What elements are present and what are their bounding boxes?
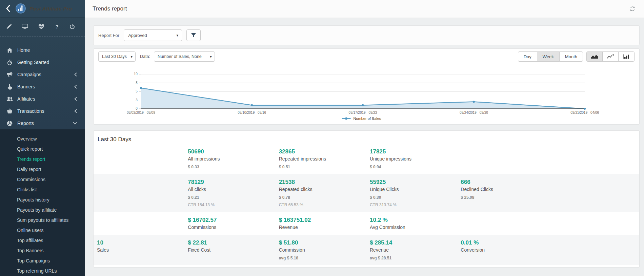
y-tick-label: 10: [134, 72, 138, 76]
metric-revenue: $ 285.14Revenueavg $ 28.51: [366, 239, 457, 260]
metric-ctr: CTR 154.13 %: [188, 203, 275, 207]
metric-ctr: CTR 313.74 %: [370, 203, 457, 207]
date-range-select[interactable]: Last 30 Days ▾: [98, 51, 136, 62]
period-button-week[interactable]: Week: [537, 51, 560, 62]
metric-value: 21538: [279, 179, 366, 186]
submenu-item-top-referring-urls[interactable]: Top referring URLs: [0, 266, 85, 276]
filter-button[interactable]: [186, 29, 201, 41]
submenu-item-trends-report[interactable]: Trends report: [0, 154, 85, 164]
submenu-item-commissions[interactable]: Commissions: [0, 174, 85, 185]
metric-value: $ 22.81: [188, 239, 275, 246]
data-point: [251, 104, 253, 106]
data-series-select[interactable]: Number of Sales, None ▾: [154, 51, 215, 62]
metric-value: 10.2 %: [370, 217, 457, 224]
y-tick-label: 5: [136, 89, 138, 93]
submenu-item-top-campaigns[interactable]: Top Campaigns: [0, 256, 85, 266]
submenu-item-overview[interactable]: Overview: [0, 134, 85, 144]
submenu-item-quick-report[interactable]: Quick report: [0, 144, 85, 154]
x-tick-label: 03/31/2019 - 04/06: [570, 111, 599, 114]
trends-chart: 10853003/03/2019 - 03/0903/10/2019 - 03/…: [98, 62, 635, 123]
submenu-item-payouts-history[interactable]: Payouts history: [0, 195, 85, 205]
stats-panel: Last 30 Days 50690All impressions$ 0.333…: [93, 130, 640, 268]
chevron-left-icon: [74, 109, 77, 113]
content: Report For Approved ▾ Last 30 Days ▾ Dat…: [85, 18, 644, 276]
metric-value: 10: [97, 239, 184, 246]
sidebar-item-label: Affiliates: [17, 96, 35, 102]
power-icon[interactable]: [69, 24, 75, 29]
metric-conversion: 0.01 %Conversion: [457, 239, 548, 260]
help-icon[interactable]: ?: [54, 24, 60, 29]
data-point: [140, 87, 142, 89]
report-for-select[interactable]: Approved ▾: [124, 29, 182, 41]
page-title: Trends report: [93, 5, 127, 12]
period-button-month[interactable]: Month: [559, 51, 583, 62]
submenu-item-top-banners[interactable]: Top Banners: [0, 246, 85, 256]
heartbeat-icon[interactable]: [38, 24, 44, 29]
line-chart-button[interactable]: [602, 51, 619, 62]
sidebar-item-affiliates[interactable]: Affiliates: [0, 93, 85, 105]
metric-ctr: CTR 65.53 %: [279, 203, 366, 207]
legend-marker-icon: [345, 118, 347, 120]
chevron-left-icon: [74, 85, 77, 89]
sidebar-item-getting-started[interactable]: Getting Started: [0, 56, 85, 68]
sidebar-item-home[interactable]: Home: [0, 44, 85, 56]
metric-value: $ 16702.57: [188, 217, 275, 224]
back-chevron-icon[interactable]: [4, 4, 12, 13]
data-series-value: Number of Sales, None: [158, 54, 202, 59]
report-for-value: Approved: [128, 33, 147, 38]
metric-value: $ 51.80: [279, 239, 366, 246]
sidebar: Post Affiliate Pro ? HomeGetting Started…: [0, 0, 85, 276]
x-tick-label: 03/24/2019 - 03/30: [460, 111, 488, 114]
x-tick-label: 03/10/2019 - 03/16: [238, 111, 266, 114]
report-for-label: Report For: [98, 33, 119, 38]
pencil-icon[interactable]: [6, 24, 12, 29]
submenu-item-daily-report[interactable]: Daily report: [0, 164, 85, 174]
metric-sub-value: avg $ 28.51: [370, 256, 457, 260]
app-logo-text: Post Affiliate Pro: [29, 6, 72, 12]
period-button-day[interactable]: Day: [518, 51, 537, 62]
chart-controls-right: DayWeekMonth: [518, 51, 635, 62]
metric-value: 50690: [188, 148, 275, 155]
metric-sub-value: avg $ 5.18: [279, 256, 366, 260]
metric-revenue: $ 163751.02Revenue: [276, 217, 366, 230]
metric-value: $ 163751.02: [279, 217, 366, 224]
stats-row: 78129All clicks$ 0.21CTR 154.13 %21538Re…: [94, 174, 639, 212]
users-icon: [6, 97, 13, 102]
sidebar-item-reports[interactable]: Reports: [0, 117, 85, 129]
sidebar-item-label: Transactions: [17, 108, 44, 114]
chart-type-button-group: [586, 51, 635, 62]
sidebar-item-campaigns[interactable]: Campaigns: [0, 68, 85, 81]
submenu-item-online-users[interactable]: Online users: [0, 225, 85, 235]
area-chart-button[interactable]: [586, 51, 603, 62]
home-icon: [6, 48, 13, 53]
submenu-item-clicks-list[interactable]: Clicks list: [0, 185, 85, 195]
y-tick-label: 3: [136, 98, 138, 102]
refresh-icon[interactable]: [630, 6, 635, 12]
metric-sales: 10Sales: [94, 239, 184, 260]
monitor-icon[interactable]: [22, 24, 28, 29]
metric-value: 55925: [370, 179, 457, 186]
metric-fixed-cost: $ 22.81Fixed Cost: [184, 239, 275, 260]
metric-sub-value: $ 0.78: [279, 195, 366, 200]
metric-avg-commission: 10.2 %Avg Commission: [366, 217, 457, 230]
metric-label: Repeated impressions: [279, 156, 366, 162]
metric-repeated-clicks: 21538Repeated clicks$ 0.78CTR 65.53 %: [276, 179, 366, 207]
data-point: [584, 108, 586, 110]
data-point: [362, 104, 364, 106]
sidebar-item-banners[interactable]: Banners: [0, 81, 85, 93]
metric-sub-value: $ 0.30: [370, 195, 457, 200]
bar-chart-button[interactable]: [618, 51, 635, 62]
x-tick-label: 03/17/2019 - 03/23: [349, 111, 377, 114]
stats-row: $ 16702.57Commissions$ 163751.02Revenue1…: [94, 212, 639, 235]
bar-chart-icon: [623, 54, 630, 59]
submenu-item-top-affiliates[interactable]: Top affiliates: [0, 235, 85, 246]
metric-sub-value: $ 0.21: [188, 195, 275, 200]
data-point: [473, 101, 475, 103]
submenu-item-payouts-by-affiliate[interactable]: Payouts by affiliate: [0, 205, 85, 215]
sidebar-item-transactions[interactable]: Transactions: [0, 105, 85, 117]
chevron-down-icon: [73, 122, 77, 125]
submenu-item-sum-payouts-to-affiliates[interactable]: Sum payouts to affiliates: [0, 215, 85, 225]
metric-value: $ 285.14: [370, 239, 457, 246]
metric-label: Revenue: [370, 247, 457, 253]
stats-heading: Last 30 Days: [94, 131, 639, 144]
